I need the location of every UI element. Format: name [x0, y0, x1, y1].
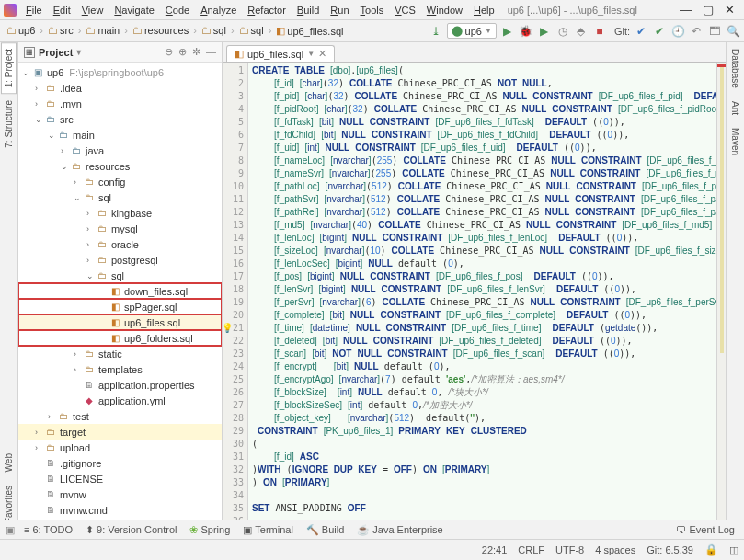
maximize-icon[interactable]: ▢ [703, 3, 714, 17]
tool-windows-icon[interactable]: ▣ [4, 524, 17, 536]
menu-build[interactable]: Build [292, 3, 325, 17]
collapse-icon[interactable]: ⊖ [165, 46, 173, 58]
close-icon[interactable]: ✕ [725, 3, 735, 17]
status-encoding[interactable]: UTF-8 [555, 544, 584, 555]
tree-item[interactable]: 🗎mvnw.cmd [18, 502, 222, 518]
close-tab-icon[interactable]: ✕ [318, 48, 326, 60]
tree-item[interactable]: 🗎.gitignore [18, 455, 222, 471]
menu-vcs[interactable]: VCS [389, 3, 421, 17]
tree-item[interactable]: 🗎application.properties [18, 377, 222, 393]
menu-code[interactable]: Code [160, 3, 195, 17]
tree-item[interactable]: ›🗀kingbase [18, 205, 222, 221]
vcs-update-icon[interactable]: ✔ [634, 24, 648, 39]
tab-maven[interactable]: Maven [727, 121, 743, 162]
attach-icon[interactable]: ⬘ [574, 24, 589, 39]
tree-item[interactable]: ›🗀config [18, 174, 222, 189]
breadcrumb-item[interactable]: 🗀main [83, 25, 122, 36]
tree-item[interactable]: ›🗀static [18, 346, 222, 361]
tree-item[interactable]: ⌄🗀resources [18, 158, 222, 174]
error-stripe[interactable] [716, 63, 726, 540]
tree-item[interactable]: ⌄🗀src [18, 111, 222, 127]
tab-web[interactable]: Web [1, 447, 17, 478]
status-indent[interactable]: 4 spaces [595, 544, 635, 555]
editor-tab-active[interactable]: ◧ up6_files.sql ▼ ✕ [226, 45, 335, 62]
build-icon[interactable]: ⤓ [429, 24, 443, 39]
breadcrumb-item[interactable]: 🗀sql [199, 25, 229, 36]
tree-item[interactable]: ›🗀.mvn [18, 96, 222, 111]
menu-navigate[interactable]: Navigate [109, 3, 159, 17]
tree-item[interactable]: ⌄🗀main [18, 127, 222, 143]
tree-item[interactable]: ⌄▣up6F:\jsp\springboot\up6 [18, 64, 222, 80]
tree-item[interactable]: ›🗀java [18, 143, 222, 158]
tree-item[interactable]: ›🗀templates [18, 361, 222, 377]
line-number-gutter[interactable]: 1 2 3 4 5 6 7 8 9 10 11 12 13 14 15 16 1… [223, 63, 248, 540]
tree-item[interactable]: ◧down_files.sql [18, 283, 222, 299]
lock-icon[interactable]: 🔒 [704, 543, 718, 556]
menu-window[interactable]: Window [421, 3, 468, 17]
vcs-commit-icon[interactable]: ✔ [652, 24, 667, 39]
code-editor[interactable]: CREATE TABLE [dbo].[up6_files]( [f_id] [… [248, 63, 716, 540]
menu-tools[interactable]: Tools [355, 3, 390, 17]
tab-version-control[interactable]: ⬍9: Version Control [80, 522, 182, 538]
project-view-icon[interactable]: ▦ [24, 47, 35, 58]
project-tree[interactable]: ⌄▣up6F:\jsp\springboot\up6›🗀.idea›🗀.mvn⌄… [18, 63, 222, 540]
tab-build[interactable]: 🔨Build [301, 522, 349, 538]
tree-item[interactable]: ◧spPager.sql [18, 299, 222, 314]
menu-view[interactable]: View [76, 3, 109, 17]
minimize-icon[interactable]: — [680, 3, 692, 17]
status-caret-pos[interactable]: 22:41 [482, 544, 508, 555]
coverage-icon[interactable]: ▶ [537, 24, 552, 39]
hide-icon[interactable]: — [206, 46, 216, 58]
tree-item[interactable]: ◧up6_files.sql [18, 314, 222, 330]
tree-item[interactable]: ›🗀oracle [18, 236, 222, 252]
event-log-button[interactable]: 🗨Event Log [670, 522, 740, 537]
gear-icon[interactable]: ✲ [192, 46, 200, 58]
breadcrumb-item[interactable]: 🗀up6 [4, 25, 38, 36]
search-everywhere-icon[interactable]: 🔍 [726, 24, 740, 39]
menu-analyze[interactable]: Analyze [195, 3, 242, 17]
tree-item[interactable]: ›🗀mysql [18, 221, 222, 236]
tree-item[interactable]: ›🗀target [18, 424, 222, 440]
menu-run[interactable]: Run [325, 3, 354, 17]
menu-file[interactable]: File [20, 3, 48, 17]
tree-item[interactable]: ›🗀postgresql [18, 252, 222, 268]
breadcrumb-item[interactable]: 🗀resources [130, 25, 191, 36]
menu-edit[interactable]: Edit [48, 3, 76, 17]
status-line-sep[interactable]: CRLF [518, 544, 544, 555]
run-configuration-select[interactable]: ⬤ up6 ▼ [447, 23, 497, 39]
tree-item[interactable]: ›🗀test [18, 408, 222, 424]
breadcrumb-item[interactable]: 🗀sql [236, 25, 267, 36]
tree-item[interactable]: ◆application.yml [18, 393, 222, 408]
locate-icon[interactable]: ⊕ [178, 46, 187, 58]
tree-item[interactable]: ›🗀upload [18, 440, 222, 455]
tab-todo[interactable]: ≡6: TODO [18, 522, 78, 537]
tab-terminal[interactable]: ▣Terminal [237, 522, 299, 538]
tree-item[interactable]: ⌄🗀sql [18, 189, 222, 205]
vcs-history-icon[interactable]: 🕘 [670, 24, 685, 39]
tab-structure[interactable]: 7: Structure [1, 94, 17, 154]
profile-icon[interactable]: ◷ [555, 24, 570, 39]
tree-item[interactable]: 🗎LICENSE [18, 471, 222, 486]
chevron-down-icon[interactable]: ▼ [74, 48, 83, 57]
tree-item[interactable]: ⌄🗀sql [18, 268, 222, 283]
chevron-down-icon[interactable]: ▼ [307, 50, 315, 58]
run-icon[interactable]: ▶ [500, 24, 515, 39]
tab-database[interactable]: Database [727, 42, 743, 95]
tab-ant[interactable]: Ant [727, 95, 743, 121]
debug-icon[interactable]: 🐞 [519, 24, 533, 39]
tree-item[interactable]: 🗎mvnw [18, 486, 222, 502]
stop-icon[interactable]: ■ [592, 24, 607, 39]
menu-refactor[interactable]: Refactor [242, 3, 292, 17]
menu-help[interactable]: Help [468, 3, 500, 17]
breadcrumb-item[interactable]: ◧up6_files.sql [273, 25, 346, 37]
tab-java-ee[interactable]: ☕Java Enterprise [351, 522, 448, 538]
vcs-revert-icon[interactable]: ↶ [689, 24, 704, 39]
tree-item[interactable]: ›🗀.idea [18, 80, 222, 96]
project-structure-icon[interactable]: 🗔 [707, 24, 722, 39]
tab-project[interactable]: 1: Project [1, 42, 17, 94]
breadcrumb-item[interactable]: 🗀src [45, 25, 76, 36]
status-git-branch[interactable]: Git: 6.5.39 [647, 544, 693, 555]
tab-spring[interactable]: ❀Spring [184, 522, 235, 538]
tree-item[interactable]: ◧up6_folders.sql [18, 330, 222, 346]
status-overlay-icon[interactable]: ◫ [729, 544, 738, 556]
